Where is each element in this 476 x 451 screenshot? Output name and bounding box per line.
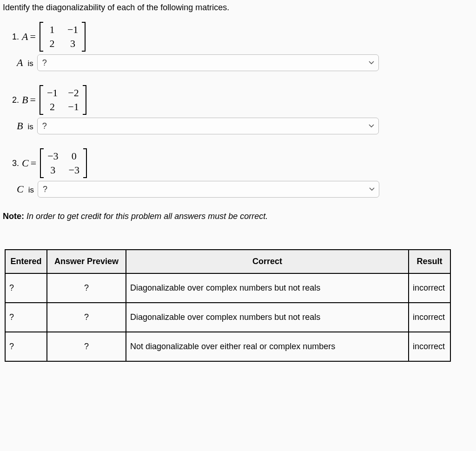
matrix-name: C <box>22 157 29 169</box>
diagonalizability-select-c[interactable]: ? <box>38 181 379 198</box>
cell-entered: ? <box>5 332 47 361</box>
matrix-cell: 0 <box>69 150 79 162</box>
note-text: In order to get credit for this problem … <box>26 212 268 221</box>
matrix-display: −3 0 3 −3 <box>40 148 87 178</box>
note-label: Note <box>3 212 21 221</box>
matrix-display: 1 −1 2 3 <box>40 22 86 52</box>
matrix-cell: 2 <box>47 101 58 113</box>
matrix-cell: 1 <box>47 24 57 36</box>
problem-intro: Identify the diagonalizability of each o… <box>3 3 471 13</box>
matrix-cell: −1 <box>68 101 79 113</box>
item-number: 1. <box>12 32 19 42</box>
cell-result: incorrect <box>409 303 450 332</box>
col-result: Result <box>409 250 450 273</box>
matrix-cell: −3 <box>47 150 58 162</box>
cell-entered: ? <box>5 273 47 303</box>
cell-result: incorrect <box>409 273 450 303</box>
diagonalizability-select-a[interactable]: ? <box>37 54 379 71</box>
is-label: is <box>28 186 34 195</box>
table-row: ? ? Not diagonalizable over either real … <box>5 332 450 361</box>
answer-var: B <box>17 120 23 132</box>
matrix-cell: −3 <box>69 164 79 176</box>
table-row: ? ? Diagonalizable over complex numbers … <box>5 303 450 332</box>
cell-correct: Diagonalizable over complex numbers but … <box>126 303 409 332</box>
cell-correct: Not diagonalizable over either real or c… <box>126 332 409 361</box>
equals-sign: = <box>30 31 35 43</box>
matrix-cell: 3 <box>67 38 78 50</box>
matrix-cell: 3 <box>47 164 58 176</box>
answer-var: A <box>17 57 23 69</box>
cell-preview: ? <box>47 273 126 303</box>
cell-preview: ? <box>47 332 126 361</box>
results-table: Entered Answer Preview Correct Result ? … <box>5 249 451 362</box>
item-number: 3. <box>12 159 19 168</box>
matrix-name: A <box>22 31 28 43</box>
is-label: is <box>27 59 33 68</box>
equals-sign: = <box>31 157 36 169</box>
matrix-problem-b: 2. B = −1 −2 2 −1 B is ? <box>12 85 471 134</box>
diagonalizability-select-b[interactable]: ? <box>37 118 379 134</box>
matrix-cell: 2 <box>47 38 57 50</box>
matrix-cell: −1 <box>47 87 58 99</box>
matrix-cell: −1 <box>67 24 78 36</box>
item-number: 2. <box>12 95 19 105</box>
matrix-problem-c: 3. C = −3 0 3 −3 C is ? <box>12 148 471 198</box>
answer-var: C <box>17 183 24 195</box>
note: Note: In order to get credit for this pr… <box>3 212 471 221</box>
col-entered: Entered <box>5 250 47 273</box>
cell-result: incorrect <box>409 332 450 361</box>
matrix-display: −1 −2 2 −1 <box>40 85 86 115</box>
is-label: is <box>27 122 33 132</box>
matrix-problem-a: 1. A = 1 −1 2 3 A is ? <box>12 22 471 71</box>
matrix-name: B <box>22 94 28 106</box>
equals-sign: = <box>30 94 35 106</box>
cell-preview: ? <box>47 303 126 332</box>
col-correct: Correct <box>126 250 409 273</box>
table-row: ? ? Diagonalizable over complex numbers … <box>5 273 450 303</box>
col-preview: Answer Preview <box>47 250 126 273</box>
cell-entered: ? <box>5 303 47 332</box>
cell-correct: Diagonalizable over complex numbers but … <box>126 273 409 303</box>
matrix-cell: −2 <box>68 87 79 99</box>
